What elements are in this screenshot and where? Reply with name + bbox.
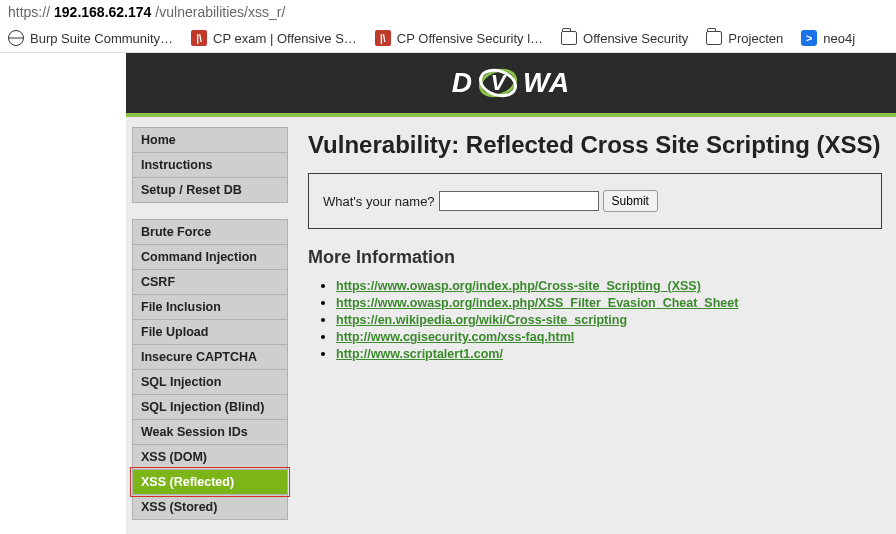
info-link[interactable]: https://www.owasp.org/index.php/XSS_Filt… — [336, 296, 738, 310]
info-link[interactable]: http://www.scriptalert1.com/ — [336, 347, 503, 361]
bookmark-projecten[interactable]: Projecten — [706, 31, 783, 46]
header-bar: D V WA — [126, 53, 896, 117]
more-info-heading: More Information — [308, 247, 882, 268]
list-item: https://en.wikipedia.org/wiki/Cross-site… — [336, 312, 882, 327]
sidebar-item-instructions[interactable]: Instructions — [132, 153, 288, 178]
globe-icon — [8, 30, 24, 46]
url-prefix: https:// — [8, 4, 50, 20]
info-link[interactable]: http://www.cgisecurity.com/xss-faq.html — [336, 330, 574, 344]
info-link[interactable]: https://www.owasp.org/index.php/Cross-si… — [336, 279, 701, 293]
sidebar-item-xss-stored[interactable]: XSS (Stored) — [132, 495, 288, 520]
list-item: https://www.owasp.org/index.php/XSS_Filt… — [336, 295, 882, 310]
sidebar-item-file-inclusion[interactable]: File Inclusion — [132, 295, 288, 320]
bookmark-neo4j[interactable]: > neo4j — [801, 30, 855, 46]
links-list: https://www.owasp.org/index.php/Cross-si… — [336, 278, 882, 361]
sidebar-item-file-upload[interactable]: File Upload — [132, 320, 288, 345]
bookmark-label: CP exam | Offensive S… — [213, 31, 357, 46]
list-item: http://www.cgisecurity.com/xss-faq.html — [336, 329, 882, 344]
form-box: What's your name? Submit — [308, 173, 882, 229]
logo-text-left: D — [452, 67, 473, 99]
bookmark-label: Offensive Security — [583, 31, 688, 46]
url-path: /vulnerabilities/xss_r/ — [155, 4, 285, 20]
offensive-icon: |\ — [191, 30, 207, 46]
url-host: 192.168.62.174 — [54, 4, 151, 20]
sidebar-item-setup[interactable]: Setup / Reset DB — [132, 178, 288, 203]
list-item: https://www.owasp.org/index.php/Cross-si… — [336, 278, 882, 293]
submit-button[interactable]: Submit — [603, 190, 658, 212]
url-bar[interactable]: https://192.168.62.174/vulnerabilities/x… — [0, 0, 896, 24]
sidebar: Home Instructions Setup / Reset DB Brute… — [132, 127, 288, 534]
folder-icon — [561, 31, 577, 45]
sidebar-item-captcha[interactable]: Insecure CAPTCHA — [132, 345, 288, 370]
logo-text-right: WA — [523, 67, 570, 99]
left-gutter — [0, 53, 126, 534]
sidebar-item-xss-reflected[interactable]: XSS (Reflected) — [132, 470, 288, 495]
sidebar-item-home[interactable]: Home — [132, 127, 288, 153]
dvwa-logo: D V WA — [452, 60, 570, 106]
sidebar-item-sqli[interactable]: SQL Injection — [132, 370, 288, 395]
bookmarks-bar: Burp Suite Community… |\ CP exam | Offen… — [0, 24, 896, 53]
app-container: D V WA Home Instructions Setup / Reset D… — [0, 53, 896, 534]
neo4j-icon: > — [801, 30, 817, 46]
offensive-icon: |\ — [375, 30, 391, 46]
nav-group-main: Home Instructions Setup / Reset DB — [132, 127, 288, 203]
name-input[interactable] — [439, 191, 599, 211]
main-content: Vulnerability: Reflected Cross Site Scri… — [308, 127, 882, 534]
bookmark-burp[interactable]: Burp Suite Community… — [8, 30, 173, 46]
bookmark-label: Burp Suite Community… — [30, 31, 173, 46]
sidebar-item-weak-session[interactable]: Weak Session IDs — [132, 420, 288, 445]
main-wrap: D V WA Home Instructions Setup / Reset D… — [126, 53, 896, 534]
logo-swirl-icon: V — [475, 60, 521, 106]
bookmark-cp-exam[interactable]: |\ CP exam | Offensive S… — [191, 30, 357, 46]
bookmark-label: neo4j — [823, 31, 855, 46]
sidebar-item-csrf[interactable]: CSRF — [132, 270, 288, 295]
sidebar-item-brute-force[interactable]: Brute Force — [132, 219, 288, 245]
bookmark-offensive-security[interactable]: Offensive Security — [561, 31, 688, 46]
svg-text:V: V — [491, 70, 508, 95]
bookmark-cp-offensive[interactable]: |\ CP Offensive Security l… — [375, 30, 543, 46]
sidebar-item-command-injection[interactable]: Command Injection — [132, 245, 288, 270]
folder-icon — [706, 31, 722, 45]
page-title: Vulnerability: Reflected Cross Site Scri… — [308, 131, 882, 159]
content-row: Home Instructions Setup / Reset DB Brute… — [126, 117, 896, 534]
list-item: http://www.scriptalert1.com/ — [336, 346, 882, 361]
info-link[interactable]: https://en.wikipedia.org/wiki/Cross-site… — [336, 313, 627, 327]
nav-group-vulns: Brute Force Command Injection CSRF File … — [132, 219, 288, 520]
bookmark-label: CP Offensive Security l… — [397, 31, 543, 46]
sidebar-item-sqli-blind[interactable]: SQL Injection (Blind) — [132, 395, 288, 420]
form-label: What's your name? — [323, 194, 435, 209]
sidebar-item-xss-dom[interactable]: XSS (DOM) — [132, 445, 288, 470]
bookmark-label: Projecten — [728, 31, 783, 46]
